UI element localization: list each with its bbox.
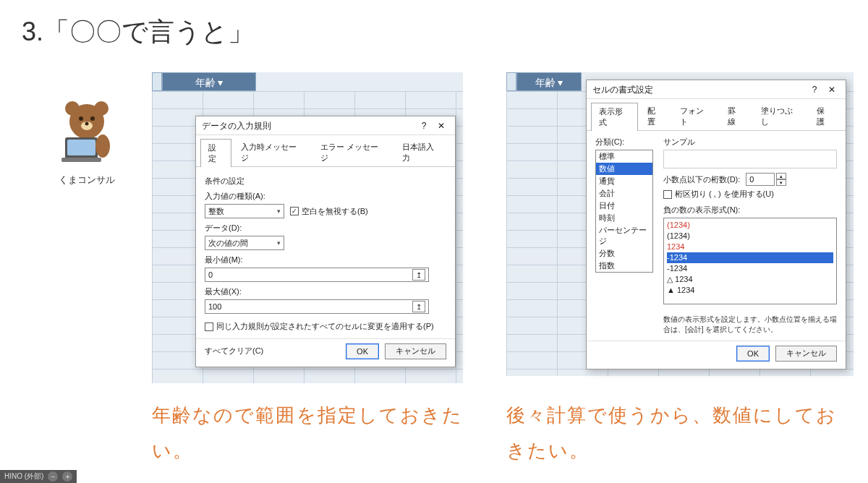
format-hint: 数値の表示形式を設定します。小数点位置を揃える場合は、[会計] を選択してくださ… [663, 315, 837, 335]
category-option[interactable]: 文字列 [596, 272, 652, 273]
thousands-separator-checkbox[interactable]: 桁区切り ( , ) を使用する(U) [663, 189, 774, 200]
negative-option[interactable]: ▲ 1234 [667, 285, 833, 296]
negative-option[interactable]: (1234) [667, 231, 833, 241]
dialog-titlebar: データの入力規則 ? ✕ [196, 116, 455, 135]
dialog-titlebar: セルの書式設定 ? ✕ [587, 80, 846, 99]
dialog-title: データの入力規則 [202, 116, 271, 135]
category-option[interactable]: 会計 [596, 187, 652, 200]
category-option[interactable]: 標準 [596, 150, 652, 163]
range-picker-icon[interactable]: ↥ [412, 301, 425, 312]
svg-rect-8 [67, 140, 95, 155]
data-label: データ(D): [205, 223, 446, 234]
tab-protection[interactable]: 保護 [809, 102, 840, 130]
bear-label: くまコンサル [43, 174, 130, 187]
decimal-places-label: 小数点以下の桁数(D): [663, 174, 740, 185]
caption-right: 後々計算で使うから、数値にしておきたい。 [506, 398, 854, 469]
decimal-places-spinner[interactable]: 0 ▴▾ [746, 173, 786, 186]
category-option[interactable]: 通貨 [596, 175, 652, 187]
allow-dropdown[interactable]: 整数▾ [205, 204, 284, 218]
help-icon[interactable]: ? [807, 83, 822, 96]
negative-option[interactable]: △ 1234 [667, 274, 833, 285]
row-header-strip [506, 72, 516, 91]
negative-option[interactable]: -1234 [667, 252, 833, 263]
category-listbox[interactable]: 標準数値通貨会計日付時刻パーセンテージ分数指数文字列その他ユーザー定義 [595, 150, 653, 273]
apply-all-checkbox[interactable]: 同じ入力規則が設定されたすべてのセルに変更を適用する(P) [205, 321, 434, 332]
screenshot-data-validation: 年齢 ▾ データの入力規則 ? ✕ 設定 入力時メッセージ エラー メッセージ … [152, 72, 463, 383]
help-icon[interactable]: ? [416, 119, 432, 132]
svg-point-4 [90, 116, 95, 121]
tab-ime-mode[interactable]: 日本語入力 [394, 138, 449, 166]
tab-settings[interactable]: 設定 [200, 139, 231, 167]
zoom-out-icon[interactable]: − [48, 471, 58, 482]
bear-character: くまコンサル [43, 94, 130, 187]
negative-option[interactable]: -1234 [667, 263, 833, 274]
negative-numbers-listbox[interactable]: (1234)(1234)1234-1234-1234△ 1234▲ 1234 [663, 218, 837, 304]
max-input[interactable]: 100 ↥ [205, 299, 429, 314]
cancel-button[interactable]: キャンセル [385, 343, 446, 359]
chevron-down-icon: ▾ [277, 239, 281, 247]
criteria-section-label: 条件の設定 [205, 176, 446, 187]
category-option[interactable]: 指数 [596, 260, 652, 272]
data-dropdown[interactable]: 次の値の間▾ [205, 236, 284, 250]
close-icon[interactable]: ✕ [824, 83, 840, 96]
chevron-down-icon: ▾ [277, 208, 281, 215]
close-icon[interactable]: ✕ [433, 119, 449, 132]
tab-input-message[interactable]: 入力時メッセージ [233, 138, 311, 166]
presenter-name: HINO (外部) [4, 471, 43, 482]
negative-option[interactable]: (1234) [667, 220, 833, 231]
screenshot-format-cells: 年齢 ▾ セルの書式設定 ? ✕ 表示形式 配置 フォント 罫線 塗りつぶし 保… [506, 72, 854, 376]
negative-option[interactable]: 1234 [667, 241, 833, 252]
ok-button[interactable]: OK [346, 343, 379, 359]
column-header-age: 年齢 ▾ [162, 72, 256, 91]
format-cells-dialog: セルの書式設定 ? ✕ 表示形式 配置 フォント 罫線 塗りつぶし 保護 分類(… [586, 80, 846, 369]
dialog-tabs: 表示形式 配置 フォント 罫線 塗りつぶし 保護 [587, 99, 846, 131]
tab-alignment[interactable]: 配置 [639, 102, 671, 130]
dialog-tabs: 設定 入力時メッセージ エラー メッセージ 日本語入力 [196, 135, 455, 167]
min-input[interactable]: 0 ↥ [205, 268, 429, 282]
category-option[interactable]: 数値 [596, 163, 652, 175]
checkbox-icon [663, 190, 672, 199]
row-header-strip [152, 72, 162, 91]
column-header-age: 年齢 ▾ [516, 72, 582, 91]
category-option[interactable]: 分数 [596, 247, 652, 260]
category-label: 分類(C): [595, 137, 656, 148]
category-option[interactable]: 日付 [596, 200, 652, 212]
tab-error-alert[interactable]: エラー メッセージ [312, 138, 393, 166]
sample-preview [663, 150, 837, 168]
min-label: 最小値(M): [205, 255, 446, 265]
svg-rect-9 [61, 158, 101, 162]
svg-point-3 [79, 116, 83, 121]
clear-all-button[interactable]: すべてクリア(C) [205, 343, 263, 359]
category-option[interactable]: パーセンテージ [596, 224, 652, 247]
sample-label: サンプル [663, 137, 837, 148]
checkbox-icon: ✓ [290, 207, 299, 215]
presenter-footer: HINO (外部) − + [0, 470, 77, 483]
svg-point-6 [85, 122, 89, 126]
bear-icon [51, 94, 123, 166]
data-validation-dialog: データの入力規則 ? ✕ 設定 入力時メッセージ エラー メッセージ 日本語入力… [195, 116, 456, 367]
caption-left: 年齢なので範囲を指定しておきたい。 [152, 398, 470, 469]
range-picker-icon[interactable]: ↥ [412, 269, 425, 281]
checkbox-icon [205, 322, 213, 331]
allow-label: 入力値の種類(A): [205, 191, 446, 202]
svg-point-10 [95, 134, 110, 158]
tab-border[interactable]: 罫線 [720, 102, 751, 130]
ok-button[interactable]: OK [736, 346, 770, 362]
tab-number-format[interactable]: 表示形式 [591, 103, 638, 131]
category-option[interactable]: 時刻 [596, 212, 652, 224]
max-label: 最大値(X): [205, 286, 446, 297]
tab-font[interactable]: フォント [672, 102, 719, 130]
tab-fill[interactable]: 塗りつぶし [753, 102, 807, 130]
negative-numbers-label: 負の数の表示形式(N): [663, 205, 837, 215]
slide-title: 3.「〇〇で言うと」 [22, 14, 254, 50]
spin-up-icon[interactable]: ▴ [776, 173, 786, 179]
zoom-in-icon[interactable]: + [62, 471, 72, 482]
cancel-button[interactable]: キャンセル [775, 346, 837, 362]
spin-down-icon[interactable]: ▾ [776, 179, 786, 186]
ignore-blank-checkbox[interactable]: ✓ 空白を無視する(B) [290, 206, 368, 217]
dialog-title: セルの書式設定 [592, 80, 653, 99]
